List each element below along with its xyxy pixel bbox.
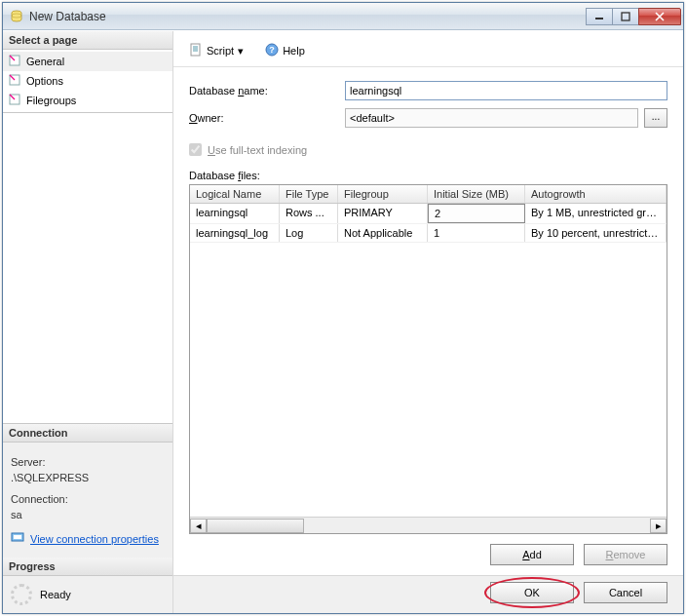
scroll-thumb[interactable]	[207, 519, 304, 533]
cell-file-type: Rows ...	[280, 204, 338, 223]
progress-header: Progress	[3, 558, 172, 576]
dialog-window: New Database Select a page General	[2, 2, 684, 614]
table-row[interactable]: learningsql_log Log Not Applicable 1 By …	[190, 224, 667, 243]
fulltext-row: Use full-text indexing	[189, 143, 667, 156]
page-item-label: Options	[26, 75, 63, 87]
db-name-row: Database name:	[189, 81, 667, 100]
script-icon	[189, 43, 203, 58]
cell-file-type: Log	[280, 224, 338, 242]
horizontal-scrollbar[interactable]: ◂ ▸	[190, 517, 667, 533]
view-connection-link[interactable]: View connection properties	[11, 530, 165, 548]
page-item-options[interactable]: Options	[3, 71, 172, 91]
owner-browse-button[interactable]: ...	[644, 108, 667, 128]
svg-text:?: ?	[269, 45, 275, 55]
scroll-right-arrow-icon[interactable]: ▸	[650, 519, 667, 533]
dialog-button-bar: OK Cancel	[173, 575, 683, 613]
table-row[interactable]: learningsql Rows ... PRIMARY 2 By 1 MB, …	[190, 204, 667, 224]
cell-autogrowth: By 1 MB, unrestricted growth	[525, 204, 667, 223]
files-grid: Logical Name File Type Filegroup Initial…	[189, 184, 667, 534]
script-button[interactable]: Script ▾	[185, 41, 248, 60]
page-item-label: General	[26, 56, 64, 67]
add-button[interactable]: Add	[490, 544, 574, 565]
col-logical-name[interactable]: Logical Name	[190, 185, 280, 203]
fulltext-checkbox	[189, 143, 202, 156]
view-connection-link-text[interactable]: View connection properties	[30, 531, 159, 547]
maximize-button[interactable]	[612, 8, 639, 25]
cancel-button[interactable]: Cancel	[584, 582, 667, 603]
database-files-label: Database files:	[189, 170, 667, 181]
right-panel: Script ▾ ? Help Database name: Owne	[173, 31, 683, 613]
close-button[interactable]	[638, 8, 681, 25]
main-form: Database name: Owner: ... Use full-text …	[173, 67, 683, 575]
page-icon	[7, 72, 22, 88]
help-button[interactable]: ? Help	[261, 41, 309, 60]
owner-label: Owner:	[189, 112, 345, 124]
help-label: Help	[283, 45, 305, 57]
cell-filegroup: Not Applicable	[338, 224, 428, 242]
dropdown-arrow-icon: ▾	[238, 45, 244, 58]
left-panel: Select a page General Options	[3, 31, 173, 613]
titlebar: New Database	[3, 3, 683, 30]
db-name-label: Database name:	[189, 85, 345, 96]
owner-input[interactable]	[345, 108, 638, 128]
connection-body: Server: .\SQLEXPRESS Connection: sa View…	[3, 443, 172, 558]
progress-spinner-icon	[11, 584, 32, 605]
cell-initial-size[interactable]: 2	[428, 204, 525, 223]
ok-highlight: OK	[490, 582, 574, 603]
ok-button[interactable]: OK	[490, 582, 574, 603]
db-name-input[interactable]	[345, 81, 667, 100]
help-icon: ?	[265, 43, 279, 58]
link-icon	[11, 530, 24, 548]
svg-rect-9	[191, 44, 200, 56]
select-page-header: Select a page	[3, 31, 172, 50]
col-file-type[interactable]: File Type	[280, 185, 338, 203]
progress-text: Ready	[40, 589, 71, 600]
owner-row: Owner: ...	[189, 108, 667, 128]
grid-button-row: Add Remove	[189, 534, 667, 567]
col-filegroup[interactable]: Filegroup	[338, 185, 428, 203]
connection-header: Connection	[3, 424, 172, 443]
grid-header-row: Logical Name File Type Filegroup Initial…	[190, 185, 667, 204]
toolbar: Script ▾ ? Help	[173, 31, 683, 67]
fulltext-label: Use full-text indexing	[208, 144, 307, 156]
page-item-general[interactable]: General	[3, 52, 172, 71]
scroll-left-arrow-icon[interactable]: ◂	[190, 519, 207, 533]
cell-filegroup: PRIMARY	[338, 204, 428, 223]
cell-logical-name: learningsql	[190, 204, 280, 223]
grid-body: learningsql Rows ... PRIMARY 2 By 1 MB, …	[190, 204, 667, 517]
script-label: Script	[207, 45, 234, 57]
window-controls	[587, 8, 681, 25]
server-value: .\SQLEXPRESS	[11, 470, 165, 485]
cell-autogrowth: By 10 percent, unrestricted growth	[525, 224, 667, 242]
database-icon	[9, 9, 24, 24]
page-icon	[7, 92, 22, 107]
page-item-filegroups[interactable]: Filegroups	[3, 91, 172, 110]
page-icon	[7, 53, 22, 68]
content-area: Select a page General Options	[3, 30, 683, 613]
page-item-label: Filegroups	[26, 95, 76, 106]
server-label: Server:	[11, 454, 165, 470]
svg-rect-8	[14, 535, 21, 539]
minimize-button[interactable]	[586, 8, 613, 25]
cell-initial-size: 1	[428, 224, 525, 242]
connection-value: sa	[11, 507, 165, 522]
left-spacer	[3, 113, 172, 424]
window-title: New Database	[29, 10, 587, 23]
connection-label: Connection:	[11, 491, 165, 507]
page-list: General Options Filegroups	[3, 50, 172, 113]
col-initial-size[interactable]: Initial Size (MB)	[428, 185, 525, 203]
remove-button: Remove	[584, 544, 667, 565]
progress-body: Ready	[3, 576, 172, 613]
svg-rect-3	[622, 13, 629, 20]
cell-logical-name: learningsql_log	[190, 224, 280, 242]
col-autogrowth[interactable]: Autogrowth	[525, 185, 667, 203]
